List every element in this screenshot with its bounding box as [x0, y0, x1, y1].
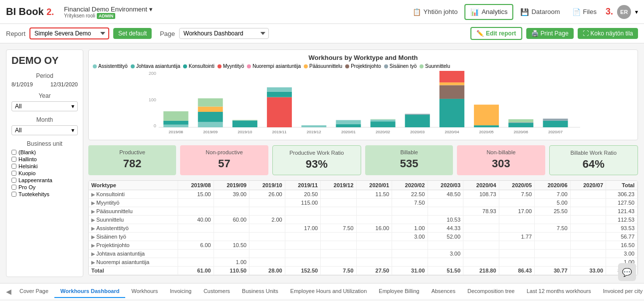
page-label: Page: [160, 30, 175, 37]
table-row: ▶Johtava asiantuntija3.003.00: [89, 250, 638, 258]
legend-dot: [247, 64, 251, 68]
checkbox-input[interactable]: [11, 192, 16, 197]
stat-value: 535: [369, 157, 449, 170]
print-page-button[interactable]: 🖨️ Print Page: [526, 28, 574, 39]
expand-icon[interactable]: ▶: [91, 251, 95, 257]
checkbox-input[interactable]: [11, 150, 16, 155]
nav-chevron[interactable]: ▾: [635, 8, 638, 15]
table-cell: [321, 241, 356, 250]
expand-icon[interactable]: ▶: [91, 200, 95, 206]
nav-item-dataroom[interactable]: 💾 Dataroom: [515, 5, 565, 19]
checkbox-input[interactable]: [11, 164, 16, 169]
checkbox-input[interactable]: [11, 185, 16, 190]
expand-icon[interactable]: ▶: [91, 217, 95, 223]
main-content: DEMO OY Period 8/1/2019 12/31/2020 Year …: [0, 43, 644, 283]
legend-label: Assistenttityö: [98, 63, 128, 69]
checkbox-input[interactable]: [11, 178, 16, 183]
table-header: 2019/09: [214, 181, 249, 190]
table-cell: [356, 241, 392, 250]
table-cell: [285, 207, 320, 216]
table-cell: 17.00: [285, 224, 320, 233]
table-row: ▶Projektinjohto6.0010.5016.50: [89, 241, 638, 250]
nav-item-analytics[interactable]: 📊 Analytics: [464, 4, 513, 20]
tab-last-12-months-workhours[interactable]: Last 12 months workhours: [521, 285, 597, 298]
expand-icon[interactable]: ▶: [91, 260, 95, 265]
checkbox-input[interactable]: [11, 171, 16, 176]
svg-text:2020/02: 2020/02: [376, 130, 390, 134]
nav-item-files[interactable]: 📄 Files: [567, 5, 602, 19]
table-cell: [356, 207, 392, 216]
stat-card-non-billable: Non-billable303: [457, 145, 545, 175]
period-filter: Period 8/1/2019 12/31/2020: [11, 72, 78, 87]
nav-item-yhtion-johto[interactable]: 📋 Yhtiön johto: [408, 5, 463, 19]
table-row: ▶Assistenttityö17.007.5016.001.0044.337.…: [89, 224, 638, 233]
stat-label: Productive Work Ratio: [277, 150, 357, 156]
report-bar: Report Simple Severa Demo Set default Pa…: [0, 24, 644, 43]
workhours-table: Worktype2019/082019/092019/102019/112019…: [89, 181, 638, 275]
year-dropdown[interactable]: All ▾: [11, 101, 78, 111]
table-cell: [321, 258, 356, 267]
table-cell: [499, 241, 534, 250]
stat-label: Productive: [92, 149, 172, 155]
table-row: ▶Suunnittelu40.0060.002.0010.53112.53: [89, 216, 638, 224]
fullscreen-button[interactable]: ⛶ Koko näytön tila: [578, 28, 638, 39]
expand-icon[interactable]: ▶: [91, 234, 95, 240]
nav-right: 3. ER ▾: [606, 5, 638, 19]
checkbox-item: (Blank): [11, 149, 78, 155]
checkbox-label: Pro Oy: [18, 184, 35, 190]
table-cell-worktype: ▶Myyntityö: [89, 199, 178, 207]
avatar[interactable]: ER: [617, 5, 631, 19]
expand-icon[interactable]: ▶: [91, 226, 95, 231]
checkbox-input[interactable]: [11, 157, 16, 162]
report-select[interactable]: Simple Severa Demo: [29, 27, 109, 39]
expand-icon[interactable]: ▶: [91, 209, 95, 214]
table-cell: [178, 207, 214, 216]
set-default-button[interactable]: Set default: [113, 28, 152, 39]
tab-invoicing[interactable]: Invoicing: [164, 285, 197, 298]
expand-icon[interactable]: ▶: [91, 243, 95, 248]
table-row: ▶Nuorempi asiantuntija1.001.00: [89, 258, 638, 267]
tab-invoiced-per-city[interactable]: Invoiced per city: [597, 285, 644, 298]
tabs-prev-button[interactable]: ◀: [4, 288, 13, 296]
tab-workhours-dashboard[interactable]: Workhours Dashboard: [54, 285, 125, 298]
chevron-icon[interactable]: ▾: [149, 5, 153, 13]
table-cell-worktype: ▶Sisäinen työ: [89, 233, 178, 241]
tab-employee-billing[interactable]: Employee Billing: [373, 285, 425, 298]
tab-customers[interactable]: Customers: [198, 285, 236, 298]
table-cell: [178, 258, 214, 267]
stat-card-productive-ratio: Productive Work Ratio93%: [272, 145, 361, 175]
year-filter: Year All ▾: [11, 92, 78, 111]
table-cell: [428, 241, 463, 250]
tab-decomposition-tree[interactable]: Decomposition tree: [461, 285, 521, 298]
expand-icon[interactable]: ▶: [91, 192, 95, 197]
tab-business-units[interactable]: Business Units: [236, 285, 284, 298]
tab-absences[interactable]: Absences: [426, 285, 461, 298]
table-cell: [535, 216, 570, 224]
tab-cover-page[interactable]: Cover Page: [13, 285, 54, 298]
env-role: Yrityksen rooli ADMIN: [64, 13, 153, 18]
month-value: All: [15, 127, 21, 134]
legend-dot: [345, 64, 349, 68]
checkbox-item: Kuopio: [11, 170, 78, 176]
chat-button[interactable]: 💬: [618, 263, 636, 281]
svg-text:2019/10: 2019/10: [237, 130, 252, 134]
checkbox-label: (Blank): [18, 149, 36, 155]
legend-label: Suunnittelu: [425, 63, 450, 69]
month-dropdown[interactable]: All ▾: [11, 125, 78, 135]
stat-value: 64%: [554, 158, 634, 171]
table-header: 2020/02: [392, 181, 428, 190]
tab-employee-hours-and-utilization[interactable]: Employee Hours and Utilization: [284, 285, 373, 298]
legend-dot: [131, 64, 135, 68]
svg-rect-16: [267, 97, 292, 127]
table-row: ▶Sisäinen työ3.0052.001.7756.77: [89, 233, 638, 241]
legend-dot: [304, 64, 308, 68]
year-chevron: ▾: [71, 103, 74, 110]
legend-item: Suunnittelu: [420, 63, 450, 69]
svg-text:2020/05: 2020/05: [479, 130, 494, 134]
tab-workhours[interactable]: Workhours: [125, 285, 164, 298]
svg-rect-23: [336, 120, 361, 124]
page-select[interactable]: Workhours Dashboard: [179, 28, 269, 39]
table-cell: 2.00: [249, 216, 285, 224]
edit-report-button[interactable]: ✏️ Edit report: [470, 27, 522, 40]
svg-text:0: 0: [154, 123, 156, 128]
